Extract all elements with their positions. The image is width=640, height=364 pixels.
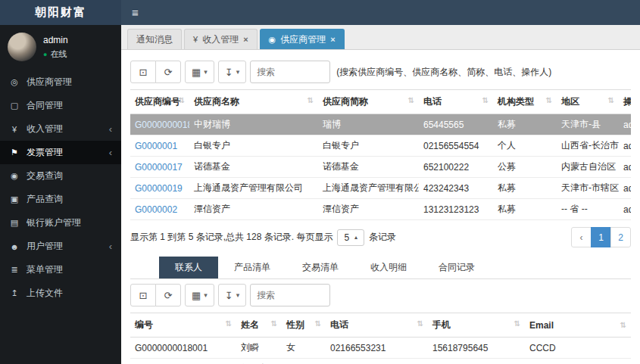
supplier-id-link[interactable]: G0000000018 <box>135 120 189 130</box>
tab-notifications[interactable]: 通知消息 <box>127 29 182 49</box>
cell-contact-id: G0000000018001 <box>130 338 236 359</box>
table-row[interactable]: G0000002 潭信资产 潭信资产 13123123123 私募 -- 省 -… <box>130 199 631 220</box>
sort-icon: ⇅ <box>608 96 614 104</box>
sidebar-item-user-mgmt[interactable]: ☻ 用户管理 ‹ <box>0 235 121 258</box>
brand-logo[interactable]: 朝阳财富 <box>0 0 121 25</box>
cell-contact-id: G0000000018002 <box>130 359 236 364</box>
column-header-supplier-short[interactable]: ⇅供应商简称 <box>318 90 419 114</box>
table-row[interactable]: G0000001 白银专户 白银专户 02156554554 个人 山西省-长治… <box>130 135 631 157</box>
column-label: 供应商名称 <box>194 96 239 107</box>
supplier-id-link[interactable]: G00000019 <box>135 183 183 194</box>
tab-label: 通知消息 <box>136 33 173 46</box>
table-row[interactable]: G0000000018002 刘地方 男 0216324324324 18245… <box>130 359 631 364</box>
cell-phone: 65445565 <box>419 114 493 135</box>
page-size-select[interactable]: 5 ▴ <box>337 229 364 246</box>
sidebar-item-contract-mgmt[interactable]: ▢ 合同管理 <box>0 94 121 117</box>
page-2-button[interactable]: 2 <box>610 227 631 247</box>
cell-type: 私募 <box>493 199 557 220</box>
column-header-mobile[interactable]: ⇅手机 <box>428 313 525 338</box>
table-row[interactable]: G0000000018 中财瑞博 瑞博 65445565 私募 天津市-县 ad <box>130 114 631 135</box>
column-label: 电话 <box>423 96 442 107</box>
detail-panel: 联系人 产品清单 交易清单 收入明细 合同记录 ⊡ ⟳ ▦▾ <box>121 257 640 364</box>
column-header-supplier-name[interactable]: ⇅供应商名称 <box>189 90 318 114</box>
cell-operator: ad <box>619 157 631 178</box>
main-shell: admin ●在线 ◎ 供应商管理 ▢ 合同管理 ¥ 收入管理 ‹ <box>0 25 640 364</box>
column-header-gender[interactable]: ⇅性别 <box>282 313 326 338</box>
cell-gender: 男 <box>282 359 326 364</box>
column-label: 性别 <box>286 319 304 330</box>
sidebar-item-trade-query[interactable]: ◉ 交易查询 <box>0 164 121 188</box>
sidebar-item-label: 交易查询 <box>27 170 63 182</box>
export-icon: ↧ <box>225 290 233 301</box>
table-row[interactable]: G00000019 上海通晟资产管理有限公司 上海通晟资产管理有限公司 4232… <box>130 178 631 199</box>
page-prev-button[interactable]: ‹ <box>571 227 592 247</box>
column-label: 操作人 <box>623 96 631 107</box>
supplier-search-input[interactable] <box>250 61 330 83</box>
column-header-region[interactable]: ⇅地区 <box>557 90 619 114</box>
toggle-view-button[interactable]: ⊡ <box>130 284 156 306</box>
supplier-id-link[interactable]: G0000001 <box>135 141 177 151</box>
contacts-search-input[interactable] <box>250 284 330 306</box>
column-header-phone[interactable]: ⇅电话 <box>419 90 493 114</box>
supplier-panel: ⊡ ⟳ ▦▾ ↧▾ (搜索供应商编号、供应商名称、简称、电话、操作人) <box>121 50 640 247</box>
sidebar-item-upload-file[interactable]: ↥ 上传文件 <box>0 282 121 305</box>
supplier-id-link[interactable]: G0000002 <box>135 204 177 215</box>
close-icon[interactable]: × <box>243 35 248 44</box>
contacts-toolbar: ⊡ ⟳ ▦▾ ↧▾ <box>130 284 631 306</box>
cell-operator: ad <box>619 178 631 199</box>
detail-tab-trades[interactable]: 交易清单 <box>286 257 354 278</box>
sidebar-item-income-mgmt[interactable]: ¥ 收入管理 ‹ <box>0 117 121 141</box>
export-button[interactable]: ↧▾ <box>218 284 246 306</box>
sort-icon: ⇅ <box>620 321 626 329</box>
pagination-info-suffix: 条记录 <box>369 231 396 244</box>
cell-region: 天津市-市辖区 <box>557 178 619 199</box>
column-header-phone[interactable]: ⇅电话 <box>326 313 428 338</box>
sidebar-item-label: 菜单管理 <box>27 263 63 276</box>
cell-phone: 0216324324324 <box>326 359 428 364</box>
sidebar-item-supplier-mgmt[interactable]: ◎ 供应商管理 <box>0 70 121 94</box>
search-hint: (搜索供应商编号、供应商名称、简称、电话、操作人) <box>336 66 551 79</box>
refresh-button[interactable]: ⟳ <box>155 61 181 83</box>
column-header-name[interactable]: ⇅姓名 <box>236 313 282 338</box>
toggle-view-button[interactable]: ⊡ <box>130 61 156 83</box>
cell-name: 诺德基金 <box>189 157 318 178</box>
sidebar-item-label: 收入管理 <box>27 123 63 135</box>
sidebar-item-product-query[interactable]: ▣ 产品查询 <box>0 188 121 211</box>
detail-tab-contacts[interactable]: 联系人 <box>159 257 218 278</box>
refresh-button[interactable]: ⟳ <box>155 284 181 306</box>
columns-button[interactable]: ▦▾ <box>185 61 214 83</box>
columns-button[interactable]: ▦▾ <box>185 284 214 306</box>
column-header-operator[interactable]: 操作人 <box>619 90 631 114</box>
sidebar-item-bank-account-mgmt[interactable]: ▤ 银行账户管理 <box>0 211 121 235</box>
trade-icon: ◉ <box>9 171 20 181</box>
close-icon[interactable]: × <box>330 35 335 44</box>
income-icon: ¥ <box>9 125 20 134</box>
supplier-id-link[interactable]: G00000017 <box>135 162 183 173</box>
detail-tab-contracts[interactable]: 合同记录 <box>423 257 491 278</box>
sidebar-item-invoice-mgmt[interactable]: ⚑ 发票管理 ‹ <box>0 141 121 164</box>
sidebar-toggle-icon[interactable]: ≡ <box>132 7 139 18</box>
detail-tab-products[interactable]: 产品清单 <box>218 257 286 278</box>
cell-name: 潭信资产 <box>189 199 318 220</box>
table-header-row: ⇅编号 ⇅姓名 ⇅性别 ⇅电话 ⇅手机 ⇅Email <box>130 313 631 338</box>
table-row[interactable]: G0000000018001 刘瞬 女 02166553231 15618795… <box>130 338 631 359</box>
sidebar-item-label: 银行账户管理 <box>27 216 81 229</box>
export-button[interactable]: ↧▾ <box>218 61 246 83</box>
column-header-email[interactable]: ⇅Email <box>525 313 631 338</box>
sort-icon: ⇅ <box>514 319 520 328</box>
sidebar-item-label: 发票管理 <box>27 146 63 159</box>
upload-icon: ↥ <box>9 288 20 298</box>
detail-tab-income[interactable]: 收入明细 <box>354 257 423 278</box>
sidebar-item-label: 合同管理 <box>27 99 63 112</box>
cell-short: 白银专户 <box>318 135 419 157</box>
supplier-table-wrap: ⇅供应商编号 ⇅供应商名称 ⇅供应商简称 ⇅电话 ⇅机构类型 ⇅地区 操作人 <box>130 89 631 220</box>
table-row[interactable]: G00000017 诺德基金 诺德基金 652100222 公募 内蒙古自治区 … <box>130 157 631 178</box>
column-label: 编号 <box>135 319 153 330</box>
sidebar-item-menu-mgmt[interactable]: ≣ 菜单管理 <box>0 258 121 282</box>
column-header-contact-id[interactable]: ⇅编号 <box>130 313 236 338</box>
page-1-button[interactable]: 1 <box>591 227 611 247</box>
tab-supplier-mgmt[interactable]: ◉ 供应商管理 × <box>260 29 345 49</box>
tab-income-mgmt[interactable]: ¥ 收入管理 × <box>184 29 258 49</box>
column-header-org-type[interactable]: ⇅机构类型 <box>493 90 557 114</box>
column-header-supplier-id[interactable]: ⇅供应商编号 <box>130 90 189 114</box>
